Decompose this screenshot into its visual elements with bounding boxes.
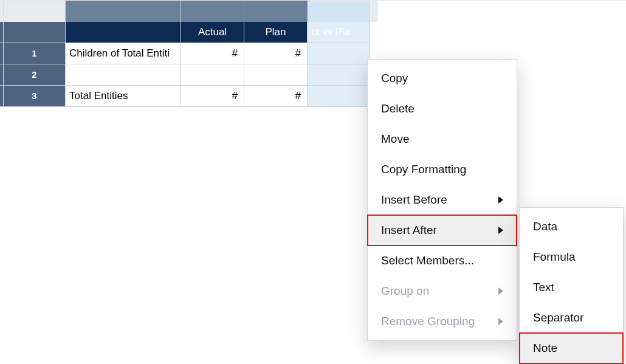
- row2-col-b[interactable]: [244, 64, 308, 86]
- col-c-label: ct vs Pla: [311, 26, 350, 38]
- context-menu: Copy Delete Move Copy Formatting Insert …: [367, 59, 517, 341]
- chevron-right-icon: [498, 318, 503, 325]
- menu-move[interactable]: Move: [368, 124, 517, 154]
- row3-num[interactable]: 3: [4, 86, 66, 107]
- col-a-label: Actual: [198, 26, 227, 38]
- submenu-data[interactable]: Data: [520, 211, 623, 242]
- submenu-formula[interactable]: Formula: [520, 242, 623, 272]
- menu-select-members[interactable]: Select Members...: [368, 246, 517, 276]
- row1-num[interactable]: 1: [4, 43, 66, 64]
- chevron-right-icon: [498, 287, 503, 295]
- chevron-right-icon: [498, 196, 503, 204]
- menu-insert-after[interactable]: Insert After: [368, 215, 517, 246]
- submenu-note[interactable]: Note: [520, 333, 623, 363]
- col-a-subhead[interactable]: Actual: [181, 22, 244, 43]
- row2-label[interactable]: [66, 64, 181, 86]
- row2-col-a[interactable]: [181, 64, 244, 86]
- submenu-text[interactable]: Text: [520, 272, 623, 303]
- menu-insert-before[interactable]: Insert Before: [368, 185, 517, 215]
- row3-label[interactable]: Total Entities: [66, 86, 181, 107]
- insert-after-submenu: Data Formula Text Separator Note: [519, 207, 624, 364]
- menu-group-on: Group on: [368, 276, 517, 306]
- row1-col-c-selected[interactable]: [308, 43, 370, 64]
- row2-num[interactable]: 2: [4, 64, 66, 86]
- col-b-subhead[interactable]: Plan: [244, 22, 308, 43]
- menu-delete[interactable]: Delete: [368, 94, 517, 124]
- row1-col-b[interactable]: #: [244, 43, 308, 64]
- subhead-rownum: [4, 22, 66, 43]
- row1-label[interactable]: Children of Total Entiti: [66, 43, 181, 64]
- submenu-separator[interactable]: Separator: [520, 303, 623, 333]
- menu-remove-grouping: Remove Grouping: [368, 306, 517, 337]
- row2-col-c-selected[interactable]: [308, 64, 370, 86]
- subhead-label: [66, 22, 181, 43]
- row3-col-b[interactable]: #: [244, 86, 308, 107]
- chevron-right-icon: [498, 227, 503, 234]
- row1-col-a[interactable]: #: [181, 43, 244, 64]
- menu-copy[interactable]: Copy: [368, 63, 517, 94]
- menu-copy-formatting[interactable]: Copy Formatting: [368, 154, 517, 185]
- report-designer-view: A B C Actual Plan ct vs Pla 1 Children o…: [0, 0, 626, 364]
- row3-col-a[interactable]: #: [181, 86, 244, 107]
- col-b-label: Plan: [265, 26, 286, 38]
- row3-col-c-selected[interactable]: [308, 86, 370, 107]
- design-grid: A B C Actual Plan ct vs Pla 1 Children o…: [0, 1, 626, 107]
- right-sliver-sub: [370, 22, 377, 43]
- col-c-subhead-selected[interactable]: ct vs Pla: [308, 22, 370, 43]
